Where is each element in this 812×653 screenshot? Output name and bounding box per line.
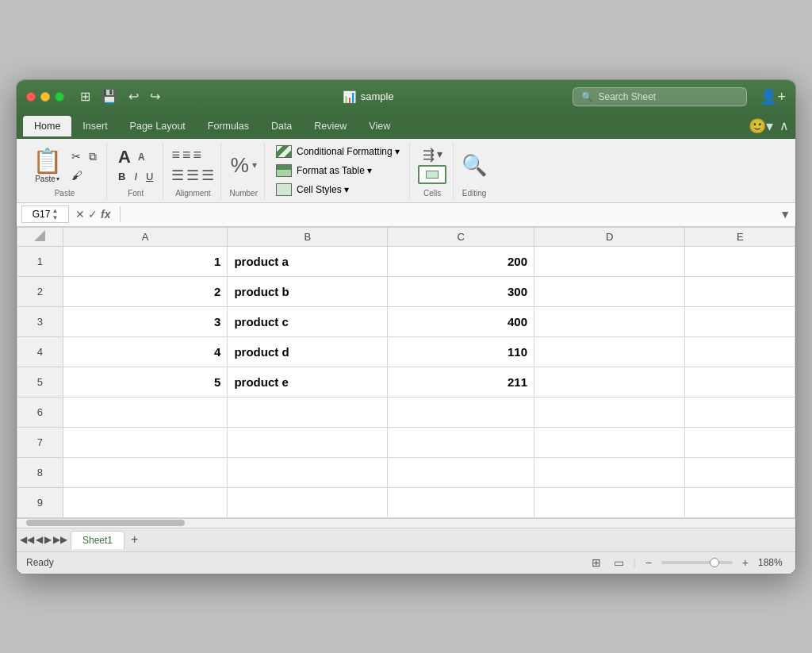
align-middle-icon[interactable]: ≡: [182, 147, 191, 163]
sheet-nav-last[interactable]: ▶▶: [53, 534, 67, 545]
format-as-table-button[interactable]: Format as Table ▾: [273, 163, 403, 179]
cell-9-c[interactable]: [388, 487, 534, 517]
number-chevron[interactable]: ▾: [252, 159, 257, 171]
cell-2-d[interactable]: [534, 276, 685, 306]
row-header-7[interactable]: 7: [17, 427, 63, 457]
cell-2-c[interactable]: 300: [388, 276, 534, 306]
col-header-b[interactable]: B: [228, 227, 388, 246]
cell-7-e[interactable]: [685, 427, 795, 457]
cell-3-e[interactable]: [685, 306, 795, 336]
cell-2-b[interactable]: product b: [228, 276, 388, 306]
cell-9-a[interactable]: [63, 487, 228, 517]
align-right-icon[interactable]: ☰: [201, 167, 214, 184]
cell-5-c[interactable]: 211: [388, 367, 534, 397]
cell-5-d[interactable]: [534, 367, 685, 397]
search-bar[interactable]: 🔍 Search Sheet: [573, 87, 747, 106]
cell-3-a[interactable]: 3: [63, 306, 228, 336]
cell-7-a[interactable]: [63, 427, 228, 457]
cell-1-d[interactable]: [534, 246, 685, 276]
tab-data[interactable]: Data: [260, 116, 303, 136]
italic-button[interactable]: I: [131, 169, 140, 184]
align-top-icon[interactable]: ≡: [171, 147, 180, 163]
cell-1-e[interactable]: [685, 246, 795, 276]
align-left-icon[interactable]: ☰: [171, 167, 184, 184]
cell-6-b[interactable]: [228, 397, 388, 427]
cell-reference-box[interactable]: G17 ▲ ▼: [21, 206, 69, 223]
cell-7-b[interactable]: [228, 427, 388, 457]
minimize-button[interactable]: [40, 92, 50, 102]
cell-8-e[interactable]: [685, 457, 795, 487]
maximize-button[interactable]: [55, 92, 64, 102]
cell-4-b[interactable]: product d: [228, 336, 388, 367]
close-button[interactable]: [26, 92, 36, 102]
sheet-nav-next[interactable]: ▶: [44, 534, 52, 545]
grid-view-button[interactable]: ⊞: [588, 555, 604, 570]
cell-9-e[interactable]: [685, 487, 795, 517]
cells-insert-icon[interactable]: ⇶: [423, 146, 435, 163]
cell-6-d[interactable]: [534, 397, 685, 427]
cell-2-e[interactable]: [685, 276, 795, 306]
horizontal-scrollbar[interactable]: [17, 518, 795, 528]
cell-9-b[interactable]: [228, 487, 388, 517]
tab-review[interactable]: Review: [303, 116, 358, 136]
formula-input[interactable]: [127, 209, 776, 221]
cell-1-c[interactable]: 200: [388, 246, 534, 276]
percent-icon[interactable]: %: [231, 153, 249, 178]
cell-8-c[interactable]: [388, 457, 534, 487]
formula-cancel-icon[interactable]: ✕: [75, 208, 85, 221]
zoom-out-button[interactable]: −: [642, 555, 655, 570]
cell-6-c[interactable]: [388, 397, 534, 427]
cell-1-b[interactable]: product a: [228, 246, 388, 276]
align-center-icon[interactable]: ☰: [186, 167, 199, 184]
row-header-3[interactable]: 3: [17, 306, 63, 336]
formula-confirm-icon[interactable]: ✓: [88, 208, 98, 221]
font-a-big[interactable]: A: [115, 147, 134, 167]
conditional-formatting-button[interactable]: Conditional Formatting ▾: [273, 144, 403, 159]
emoji-icon[interactable]: 🙂▾: [749, 117, 773, 135]
col-header-c[interactable]: C: [388, 227, 534, 246]
copy-icon[interactable]: ⧉: [86, 148, 100, 165]
zoom-slider-track[interactable]: [661, 561, 733, 564]
cell-4-d[interactable]: [534, 336, 685, 367]
tab-view[interactable]: View: [358, 116, 401, 136]
cell-3-c[interactable]: 400: [388, 306, 534, 336]
cell-1-a[interactable]: 1: [63, 246, 228, 276]
formula-expand-icon[interactable]: ▼: [779, 208, 791, 221]
cell-styles-button[interactable]: Cell Styles ▾: [273, 182, 403, 198]
cut-icon[interactable]: ✂: [68, 148, 84, 165]
bold-button[interactable]: B: [115, 169, 128, 184]
sheet-tab-sheet1[interactable]: Sheet1: [71, 531, 124, 549]
cell-8-b[interactable]: [228, 457, 388, 487]
row-header-1[interactable]: 1: [17, 246, 63, 276]
cell-4-a[interactable]: 4: [63, 336, 228, 367]
row-header-8[interactable]: 8: [17, 457, 63, 487]
cell-3-b[interactable]: product c: [228, 306, 388, 336]
font-a-small[interactable]: A: [136, 152, 147, 163]
cell-6-e[interactable]: [685, 397, 795, 427]
sheet-nav-prev[interactable]: ◀: [36, 534, 43, 545]
cell-8-d[interactable]: [534, 457, 685, 487]
tab-home[interactable]: Home: [23, 116, 71, 136]
tab-insert[interactable]: Insert: [71, 116, 118, 136]
row-header-5[interactable]: 5: [17, 367, 63, 397]
align-bottom-icon[interactable]: ≡: [193, 147, 201, 163]
cell-9-d[interactable]: [534, 487, 685, 517]
sidebar-icon[interactable]: ⊞: [77, 87, 94, 106]
zoom-slider-thumb[interactable]: [710, 558, 719, 567]
page-view-button[interactable]: ▭: [611, 555, 627, 570]
cell-4-e[interactable]: [685, 336, 795, 367]
add-sheet-button[interactable]: +: [124, 529, 144, 550]
save-icon[interactable]: 💾: [98, 87, 121, 106]
format-painter-icon[interactable]: 🖌: [68, 167, 86, 183]
cell-8-a[interactable]: [63, 457, 228, 487]
col-header-d[interactable]: D: [534, 227, 685, 246]
cell-4-c[interactable]: 110: [388, 336, 534, 367]
cell-6-a[interactable]: [63, 397, 228, 427]
tab-formulas[interactable]: Formulas: [197, 116, 260, 136]
formula-fx-icon[interactable]: fx: [101, 208, 110, 221]
editing-button[interactable]: 🔍: [462, 153, 487, 178]
cell-5-a[interactable]: 5: [63, 367, 228, 397]
cell-3-d[interactable]: [534, 306, 685, 336]
collapse-ribbon-icon[interactable]: ∧: [779, 118, 789, 133]
redo-icon[interactable]: ↪: [147, 87, 163, 106]
